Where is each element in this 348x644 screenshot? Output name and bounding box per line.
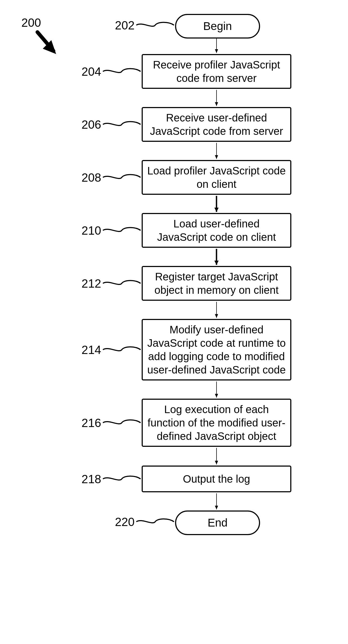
- process-n204: Receive profiler JavaScript code from se…: [142, 54, 291, 89]
- overall-ref-label: 200: [21, 16, 41, 29]
- ref-connector-204: [103, 69, 141, 73]
- ref-connector-206: [103, 122, 141, 126]
- node-text: Begin: [203, 20, 232, 33]
- terminator-n202: Begin: [175, 14, 260, 39]
- ref-label-220: 220: [115, 515, 134, 529]
- ref-label-214: 214: [82, 343, 101, 357]
- process-n214: Modify user-defined JavaScript code at r…: [142, 319, 291, 380]
- flowchart-canvas: 200 Begin202Receive profiler JavaScript …: [0, 0, 348, 644]
- node-text: Log execution of each function of the mo…: [147, 403, 286, 443]
- ref-label-208: 208: [82, 171, 101, 184]
- node-text: Modify user-defined JavaScript code at r…: [147, 323, 286, 376]
- node-text: End: [208, 516, 228, 529]
- overall-ref-arrow-icon: [37, 32, 60, 54]
- node-text: Receive profiler JavaScript code from se…: [147, 58, 286, 85]
- ref-connector-220: [136, 519, 174, 523]
- process-n216: Log execution of each function of the mo…: [142, 399, 291, 447]
- ref-label-204: 204: [82, 65, 101, 78]
- ref-connector-210: [103, 228, 141, 232]
- ref-label-206: 206: [82, 118, 101, 131]
- ref-label-210: 210: [82, 224, 101, 237]
- ref-label-216: 216: [82, 416, 101, 430]
- node-text: Load user-defined JavaScript code on cli…: [147, 217, 286, 244]
- node-text: Register target JavaScript object in mem…: [147, 270, 286, 297]
- process-n218: Output the log: [142, 466, 291, 492]
- ref-connector-208: [103, 175, 141, 179]
- ref-connector-218: [103, 476, 141, 480]
- ref-label-202: 202: [115, 19, 134, 32]
- ref-connector-216: [103, 420, 141, 424]
- node-text: Output the log: [183, 472, 250, 486]
- svg-marker-0: [43, 40, 56, 54]
- node-text: Receive user-defined JavaScript code fro…: [147, 111, 286, 138]
- ref-label-212: 212: [82, 277, 101, 290]
- ref-connector-202: [136, 22, 174, 26]
- process-n210: Load user-defined JavaScript code on cli…: [142, 213, 291, 248]
- ref-connector-212: [103, 281, 141, 285]
- process-n206: Receive user-defined JavaScript code fro…: [142, 107, 291, 142]
- node-text: Load profiler JavaScript code on client: [147, 164, 286, 191]
- process-n212: Register target JavaScript object in mem…: [142, 266, 291, 301]
- ref-connector-214: [103, 347, 141, 351]
- process-n208: Load profiler JavaScript code on client: [142, 160, 291, 195]
- ref-label-218: 218: [82, 472, 101, 486]
- terminator-n220: End: [175, 510, 260, 535]
